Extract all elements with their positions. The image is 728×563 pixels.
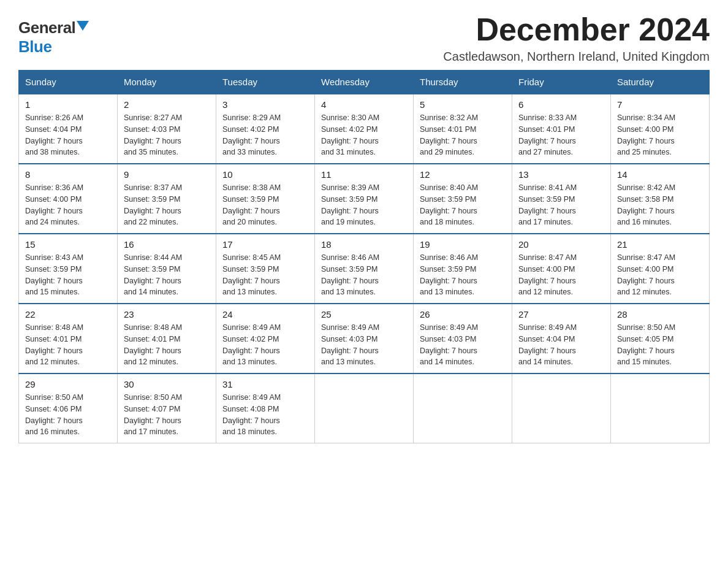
day-info: Sunrise: 8:32 AMSunset: 4:01 PMDaylight:…	[420, 113, 478, 156]
day-number: 4	[321, 99, 407, 110]
day-number: 17	[222, 239, 308, 250]
day-number: 11	[321, 169, 407, 180]
day-number: 18	[321, 239, 407, 250]
day-number: 7	[617, 99, 703, 110]
day-number: 23	[124, 309, 210, 320]
day-number: 13	[518, 169, 604, 180]
calendar-cell: 21 Sunrise: 8:47 AMSunset: 4:00 PMDaylig…	[611, 234, 710, 304]
day-number: 25	[321, 309, 407, 320]
calendar-cell: 12 Sunrise: 8:40 AMSunset: 3:59 PMDaylig…	[414, 164, 512, 234]
calendar-cell: 18 Sunrise: 8:46 AMSunset: 3:59 PMDaylig…	[315, 234, 414, 304]
day-info: Sunrise: 8:49 AMSunset: 4:08 PMDaylight:…	[222, 393, 281, 436]
day-info: Sunrise: 8:42 AMSunset: 3:58 PMDaylight:…	[617, 183, 675, 226]
calendar-header-row: SundayMondayTuesdayWednesdayThursdayFrid…	[19, 71, 710, 94]
day-info: Sunrise: 8:49 AMSunset: 4:03 PMDaylight:…	[321, 323, 379, 366]
day-info: Sunrise: 8:38 AMSunset: 3:59 PMDaylight:…	[222, 183, 281, 226]
calendar-cell: 6 Sunrise: 8:33 AMSunset: 4:01 PMDayligh…	[512, 94, 611, 164]
day-number: 6	[518, 99, 604, 110]
day-number: 28	[617, 309, 703, 320]
calendar-cell: 16 Sunrise: 8:44 AMSunset: 3:59 PMDaylig…	[118, 234, 216, 304]
day-info: Sunrise: 8:30 AMSunset: 4:02 PMDaylight:…	[321, 113, 379, 156]
calendar-cell	[414, 373, 512, 443]
calendar-cell: 10 Sunrise: 8:38 AMSunset: 3:59 PMDaylig…	[216, 164, 315, 234]
day-number: 29	[25, 379, 111, 389]
header-monday: Monday	[118, 71, 216, 94]
page-header: General Blue December 2024 Castledawson,…	[18, 12, 710, 64]
day-info: Sunrise: 8:43 AMSunset: 3:59 PMDaylight:…	[25, 253, 83, 296]
calendar-cell	[611, 373, 710, 443]
header-wednesday: Wednesday	[315, 71, 414, 94]
day-number: 14	[617, 169, 703, 180]
calendar-cell: 31 Sunrise: 8:49 AMSunset: 4:08 PMDaylig…	[216, 373, 315, 443]
header-friday: Friday	[512, 71, 611, 94]
calendar-cell: 23 Sunrise: 8:48 AMSunset: 4:01 PMDaylig…	[118, 304, 216, 373]
title-section: December 2024 Castledawson, Northern Ire…	[443, 12, 710, 64]
day-number: 9	[124, 169, 210, 180]
day-info: Sunrise: 8:49 AMSunset: 4:02 PMDaylight:…	[222, 323, 281, 366]
day-number: 15	[25, 239, 111, 250]
calendar-cell: 14 Sunrise: 8:42 AMSunset: 3:58 PMDaylig…	[611, 164, 710, 234]
day-info: Sunrise: 8:49 AMSunset: 4:04 PMDaylight:…	[518, 323, 577, 366]
week-row-1: 1 Sunrise: 8:26 AMSunset: 4:04 PMDayligh…	[19, 94, 710, 164]
day-info: Sunrise: 8:41 AMSunset: 3:59 PMDaylight:…	[518, 183, 577, 226]
header-sunday: Sunday	[19, 71, 118, 94]
location-subtitle: Castledawson, Northern Ireland, United K…	[443, 50, 710, 64]
day-number: 27	[518, 309, 604, 320]
logo-triangle-icon	[77, 21, 89, 31]
calendar-cell: 19 Sunrise: 8:46 AMSunset: 3:59 PMDaylig…	[414, 234, 512, 304]
calendar-cell: 8 Sunrise: 8:36 AMSunset: 4:00 PMDayligh…	[19, 164, 118, 234]
day-number: 21	[617, 239, 703, 250]
day-info: Sunrise: 8:50 AMSunset: 4:05 PMDaylight:…	[617, 323, 675, 366]
calendar-cell: 29 Sunrise: 8:50 AMSunset: 4:06 PMDaylig…	[19, 373, 118, 443]
day-info: Sunrise: 8:26 AMSunset: 4:04 PMDaylight:…	[25, 113, 83, 156]
calendar-cell: 1 Sunrise: 8:26 AMSunset: 4:04 PMDayligh…	[19, 94, 118, 164]
day-info: Sunrise: 8:50 AMSunset: 4:07 PMDaylight:…	[124, 393, 182, 436]
day-number: 3	[222, 99, 308, 110]
calendar-cell: 20 Sunrise: 8:47 AMSunset: 4:00 PMDaylig…	[512, 234, 611, 304]
logo-general-text: General	[18, 18, 75, 37]
day-number: 5	[420, 99, 506, 110]
day-number: 12	[420, 169, 506, 180]
week-row-4: 22 Sunrise: 8:48 AMSunset: 4:01 PMDaylig…	[19, 304, 710, 373]
logo: General Blue	[18, 12, 89, 56]
calendar-table: SundayMondayTuesdayWednesdayThursdayFrid…	[18, 70, 710, 443]
calendar-cell: 2 Sunrise: 8:27 AMSunset: 4:03 PMDayligh…	[118, 94, 216, 164]
day-number: 22	[25, 309, 111, 320]
calendar-cell: 7 Sunrise: 8:34 AMSunset: 4:00 PMDayligh…	[611, 94, 710, 164]
day-info: Sunrise: 8:37 AMSunset: 3:59 PMDaylight:…	[124, 183, 182, 226]
day-info: Sunrise: 8:46 AMSunset: 3:59 PMDaylight:…	[321, 253, 379, 296]
calendar-cell: 3 Sunrise: 8:29 AMSunset: 4:02 PMDayligh…	[216, 94, 315, 164]
calendar-cell: 22 Sunrise: 8:48 AMSunset: 4:01 PMDaylig…	[19, 304, 118, 373]
day-info: Sunrise: 8:34 AMSunset: 4:00 PMDaylight:…	[617, 113, 675, 156]
calendar-cell: 5 Sunrise: 8:32 AMSunset: 4:01 PMDayligh…	[414, 94, 512, 164]
calendar-cell: 28 Sunrise: 8:50 AMSunset: 4:05 PMDaylig…	[611, 304, 710, 373]
month-year-title: December 2024	[443, 12, 710, 47]
day-info: Sunrise: 8:48 AMSunset: 4:01 PMDaylight:…	[25, 323, 83, 366]
calendar-cell: 17 Sunrise: 8:45 AMSunset: 3:59 PMDaylig…	[216, 234, 315, 304]
day-info: Sunrise: 8:40 AMSunset: 3:59 PMDaylight:…	[420, 183, 478, 226]
day-info: Sunrise: 8:46 AMSunset: 3:59 PMDaylight:…	[420, 253, 478, 296]
day-number: 26	[420, 309, 506, 320]
day-info: Sunrise: 8:36 AMSunset: 4:00 PMDaylight:…	[25, 183, 83, 226]
day-number: 10	[222, 169, 308, 180]
day-number: 31	[222, 379, 308, 389]
calendar-cell: 13 Sunrise: 8:41 AMSunset: 3:59 PMDaylig…	[512, 164, 611, 234]
day-number: 8	[25, 169, 111, 180]
header-tuesday: Tuesday	[216, 71, 315, 94]
logo-blue-text: Blue	[18, 37, 51, 56]
day-info: Sunrise: 8:50 AMSunset: 4:06 PMDaylight:…	[25, 393, 83, 436]
calendar-cell: 4 Sunrise: 8:30 AMSunset: 4:02 PMDayligh…	[315, 94, 414, 164]
day-number: 1	[25, 99, 111, 110]
day-number: 2	[124, 99, 210, 110]
day-info: Sunrise: 8:29 AMSunset: 4:02 PMDaylight:…	[222, 113, 281, 156]
week-row-5: 29 Sunrise: 8:50 AMSunset: 4:06 PMDaylig…	[19, 373, 710, 443]
week-row-2: 8 Sunrise: 8:36 AMSunset: 4:00 PMDayligh…	[19, 164, 710, 234]
calendar-cell: 15 Sunrise: 8:43 AMSunset: 3:59 PMDaylig…	[19, 234, 118, 304]
calendar-cell: 24 Sunrise: 8:49 AMSunset: 4:02 PMDaylig…	[216, 304, 315, 373]
day-info: Sunrise: 8:33 AMSunset: 4:01 PMDaylight:…	[518, 113, 577, 156]
day-info: Sunrise: 8:45 AMSunset: 3:59 PMDaylight:…	[222, 253, 281, 296]
day-info: Sunrise: 8:47 AMSunset: 4:00 PMDaylight:…	[617, 253, 675, 296]
day-number: 19	[420, 239, 506, 250]
day-number: 20	[518, 239, 604, 250]
calendar-cell: 30 Sunrise: 8:50 AMSunset: 4:07 PMDaylig…	[118, 373, 216, 443]
